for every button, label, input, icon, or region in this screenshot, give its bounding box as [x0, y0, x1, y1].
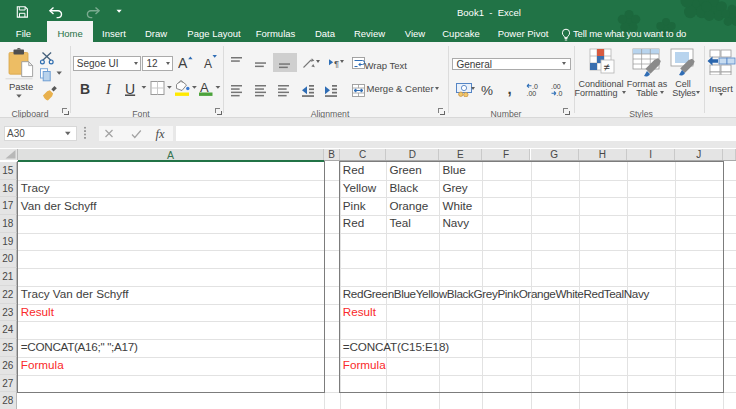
svg-text:U: U: [125, 80, 135, 96]
svg-text:A: A: [204, 57, 212, 71]
svg-text:B: B: [80, 80, 90, 96]
svg-text:.00: .00: [527, 90, 537, 97]
svg-text:Paste: Paste: [9, 81, 33, 92]
svg-text:fx: fx: [156, 127, 165, 141]
svg-text:.0: .0: [557, 90, 563, 97]
svg-text:%: %: [481, 82, 493, 97]
svg-text:A: A: [178, 55, 188, 71]
svg-text:I: I: [105, 81, 112, 96]
svg-text:,: ,: [508, 82, 512, 97]
svg-text:.00: .00: [551, 82, 561, 89]
svg-text:.0: .0: [532, 82, 538, 89]
svg-text:A: A: [200, 79, 209, 94]
svg-text:¶: ¶: [334, 57, 339, 68]
svg-text:≠: ≠: [603, 61, 609, 73]
